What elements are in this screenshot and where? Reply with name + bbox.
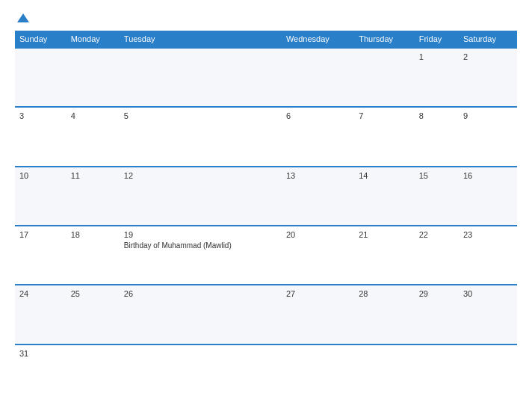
day-number: 10 — [19, 171, 62, 180]
weekday-header-thursday: Thursday — [354, 31, 415, 48]
calendar-cell: 11 — [66, 167, 120, 226]
day-number: 7 — [359, 111, 410, 120]
calendar-cell — [282, 344, 354, 404]
day-number: 20 — [286, 230, 350, 239]
calendar-header — [15, 13, 517, 23]
calendar-cell: 12 — [120, 167, 282, 226]
calendar-cell: 19Birthday of Muhammad (Mawlid) — [120, 226, 282, 285]
day-number: 8 — [419, 111, 454, 120]
day-number: 3 — [19, 111, 62, 120]
calendar-cell — [120, 48, 282, 107]
weekday-header-saturday: Saturday — [459, 31, 517, 48]
day-number: 5 — [124, 111, 277, 120]
day-number: 15 — [419, 171, 454, 180]
calendar-cell — [15, 48, 66, 107]
calendar-cell: 15 — [415, 167, 459, 226]
day-number: 30 — [463, 289, 513, 298]
calendar-cell — [66, 344, 120, 404]
weekday-header-tuesday: Tuesday — [120, 31, 282, 48]
calendar-cell — [66, 48, 120, 107]
calendar-cell: 24 — [15, 285, 66, 344]
calendar-cell: 3 — [15, 107, 66, 166]
calendar-cell — [120, 344, 282, 404]
calendar-cell: 6 — [282, 107, 354, 166]
day-number: 24 — [19, 289, 62, 298]
day-number: 9 — [463, 111, 513, 120]
calendar-cell: 25 — [66, 285, 120, 344]
weekday-header-friday: Friday — [415, 31, 459, 48]
logo-triangle-icon — [17, 13, 29, 22]
day-number: 17 — [19, 230, 62, 239]
weekday-header-monday: Monday — [66, 31, 120, 48]
calendar-cell: 10 — [15, 167, 66, 226]
day-number: 29 — [419, 289, 454, 298]
day-number: 16 — [463, 171, 513, 180]
logo — [15, 13, 29, 23]
event-text: Birthday of Muhammad (Mawlid) — [124, 241, 277, 250]
calendar-cell: 28 — [354, 285, 415, 344]
calendar-cell: 20 — [282, 226, 354, 285]
calendar-cell: 21 — [354, 226, 415, 285]
day-number: 11 — [71, 171, 115, 180]
day-number: 19 — [124, 230, 277, 239]
day-number: 18 — [71, 230, 115, 239]
day-number: 1 — [419, 52, 454, 61]
day-number: 4 — [71, 111, 115, 120]
day-number: 28 — [359, 289, 410, 298]
calendar-cell: 17 — [15, 226, 66, 285]
calendar-cell: 5 — [120, 107, 282, 166]
calendar-cell: 4 — [66, 107, 120, 166]
calendar-cell: 30 — [459, 285, 517, 344]
calendar-cell — [282, 48, 354, 107]
calendar-cell: 23 — [459, 226, 517, 285]
logo-blue-text — [15, 13, 29, 23]
day-number: 27 — [286, 289, 350, 298]
day-number: 21 — [359, 230, 410, 239]
calendar-week-row: 10111213141516 — [15, 167, 517, 226]
day-number: 23 — [463, 230, 513, 239]
day-number: 26 — [124, 289, 277, 298]
day-number: 13 — [286, 171, 350, 180]
calendar-cell: 13 — [282, 167, 354, 226]
calendar-week-row: 171819Birthday of Muhammad (Mawlid)20212… — [15, 226, 517, 285]
weekday-header-sunday: Sunday — [15, 31, 66, 48]
calendar-week-row: 31 — [15, 344, 517, 404]
calendar-cell: 14 — [354, 167, 415, 226]
calendar-cell: 9 — [459, 107, 517, 166]
calendar-cell: 7 — [354, 107, 415, 166]
calendar-cell: 8 — [415, 107, 459, 166]
calendar-page: SundayMondayTuesdayWednesdayThursdayFrid… — [0, 0, 532, 411]
calendar-cell — [354, 48, 415, 107]
day-number: 6 — [286, 111, 350, 120]
calendar-cell: 18 — [66, 226, 120, 285]
day-number: 14 — [359, 171, 410, 180]
calendar-cell — [354, 344, 415, 404]
calendar-cell: 1 — [415, 48, 459, 107]
calendar-cell — [459, 344, 517, 404]
weekday-header-row: SundayMondayTuesdayWednesdayThursdayFrid… — [15, 31, 517, 48]
day-number: 22 — [419, 230, 454, 239]
calendar-cell: 31 — [15, 344, 66, 404]
day-number: 2 — [463, 52, 513, 61]
calendar-cell: 2 — [459, 48, 517, 107]
day-number: 12 — [124, 171, 277, 180]
calendar-cell: 16 — [459, 167, 517, 226]
calendar-cell — [415, 344, 459, 404]
calendar-cell: 29 — [415, 285, 459, 344]
weekday-header-wednesday: Wednesday — [282, 31, 354, 48]
calendar-week-row: 12 — [15, 48, 517, 107]
calendar-week-row: 3456789 — [15, 107, 517, 166]
calendar-table: SundayMondayTuesdayWednesdayThursdayFrid… — [15, 31, 517, 404]
calendar-cell: 26 — [120, 285, 282, 344]
calendar-week-row: 24252627282930 — [15, 285, 517, 344]
calendar-cell: 22 — [415, 226, 459, 285]
day-number: 25 — [71, 289, 115, 298]
calendar-cell: 27 — [282, 285, 354, 344]
day-number: 31 — [19, 349, 62, 358]
